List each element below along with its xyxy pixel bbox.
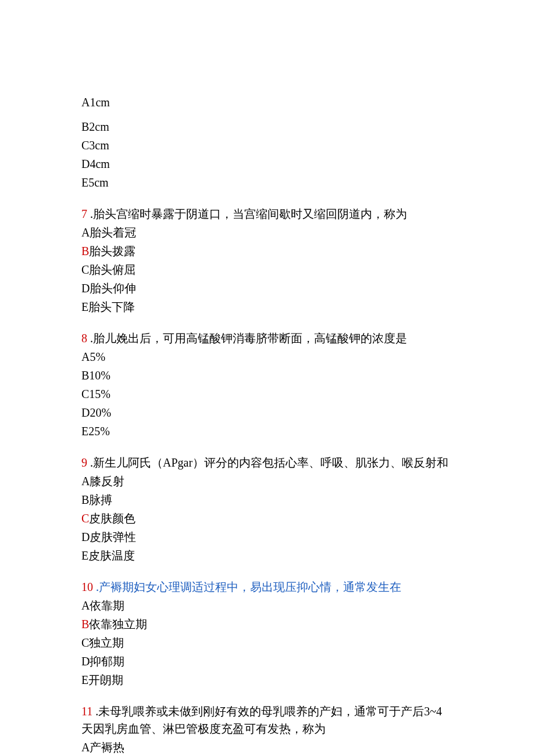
spacer	[81, 112, 454, 117]
stem-text: .未母乳喂养或未做到刚好有效的母乳喂养的产妇，通常可于产后3~4天因乳房血管、淋…	[81, 705, 442, 735]
document-page: A1cm B2cm C3cm D4cm E5cm 7 .胎头宫缩时暴露于阴道口，…	[0, 0, 535, 756]
option-d: D抑郁期	[81, 652, 454, 671]
option-key: B	[81, 618, 89, 630]
spacer	[81, 192, 454, 205]
option-c: C独立期	[81, 633, 454, 652]
question-10-stem: 10 .产褥期妇女心理调适过程中，易出现压抑心情，通常发生在	[81, 578, 454, 596]
option-e: E胎头下降	[81, 298, 454, 316]
option-key: B	[81, 245, 89, 257]
question-7-stem: 7 .胎头宫缩时暴露于阴道口，当宫缩间歇时又缩回阴道内，称为	[81, 205, 454, 223]
spacer	[81, 316, 454, 329]
question-number: 11	[81, 705, 92, 718]
option-a: A5%	[81, 347, 454, 366]
spacer	[81, 565, 454, 578]
option-b: B2cm	[81, 117, 454, 136]
question-number: 9	[81, 456, 87, 469]
question-11-stem: 11 .未母乳喂养或未做到刚好有效的母乳喂养的产妇，通常可于产后3~4天因乳房血…	[81, 702, 454, 738]
question-number: 7	[81, 207, 87, 220]
spacer	[81, 689, 454, 702]
spacer	[81, 440, 454, 453]
option-c: C3cm	[81, 136, 454, 155]
option-text: 皮肤颜色	[89, 512, 135, 525]
option-e: E皮肤温度	[81, 546, 454, 565]
option-key: C	[81, 512, 89, 525]
option-c: C皮肤颜色	[81, 509, 454, 528]
option-d: D20%	[81, 403, 454, 422]
option-b: B依靠独立期	[81, 615, 454, 633]
option-b: B胎头拨露	[81, 242, 454, 260]
question-number: 10	[81, 581, 93, 593]
option-b: B脉搏	[81, 490, 454, 509]
question-number: 8	[81, 332, 87, 345]
option-a: A膝反射	[81, 472, 454, 490]
option-e: E5cm	[81, 173, 454, 192]
option-e: E开朗期	[81, 671, 454, 689]
option-text: 胎头拨露	[89, 245, 135, 257]
option-c: C15%	[81, 385, 454, 403]
stem-text: .胎头宫缩时暴露于阴道口，当宫缩间歇时又缩回阴道内，称为	[87, 207, 407, 220]
option-e: E25%	[81, 422, 454, 440]
option-d: D胎头仰伸	[81, 279, 454, 298]
option-b: B10%	[81, 366, 454, 385]
question-8-stem: 8 .胎儿娩出后，可用高锰酸钾消毒脐带断面，高锰酸钾的浓度是	[81, 329, 454, 347]
stem-text-link[interactable]: .产褥期妇女心理调适过程中，易出现压抑心情，通常发生在	[93, 581, 401, 593]
option-text: 依靠独立期	[89, 618, 147, 630]
stem-text: .新生儿阿氏（APgar）评分的内容包括心率、呼吸、肌张力、喉反射和	[87, 456, 448, 469]
option-a: A1cm	[81, 93, 454, 112]
stem-text: .胎儿娩出后，可用高锰酸钾消毒脐带断面，高锰酸钾的浓度是	[87, 332, 407, 345]
option-d: D皮肤弹性	[81, 528, 454, 546]
question-9-stem: 9 .新生儿阿氏（APgar）评分的内容包括心率、呼吸、肌张力、喉反射和	[81, 453, 454, 472]
option-a: A产褥热	[81, 738, 454, 756]
option-d: D4cm	[81, 155, 454, 173]
option-a: A依靠期	[81, 596, 454, 615]
option-c: C胎头俯屈	[81, 260, 454, 279]
option-a: A胎头着冠	[81, 223, 454, 242]
